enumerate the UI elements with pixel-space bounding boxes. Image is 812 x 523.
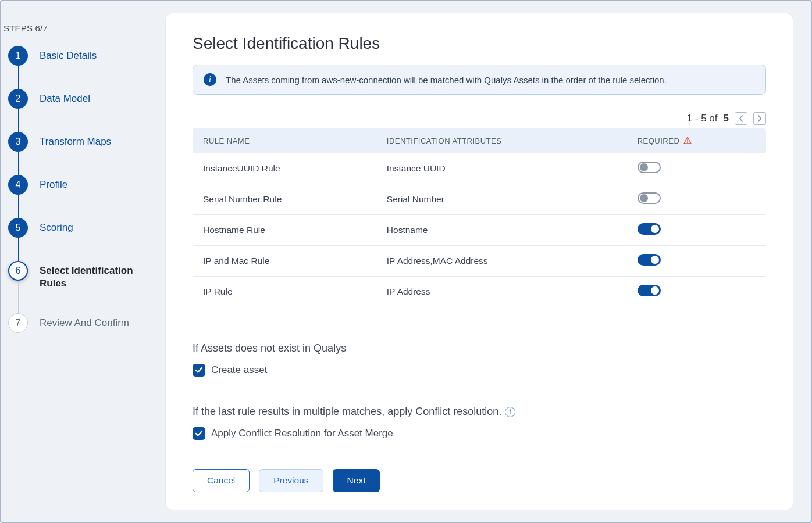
step-circle: 2: [8, 89, 28, 109]
warning-icon: [683, 137, 692, 144]
check-icon: [195, 430, 203, 437]
info-outline-icon[interactable]: i: [505, 407, 515, 417]
rule-attrs-cell: Serial Number: [376, 184, 627, 215]
step-label: Data Model: [40, 89, 90, 105]
next-button[interactable]: Next: [333, 469, 380, 492]
rule-name-cell: IP Rule: [193, 277, 376, 307]
rule-attrs-cell: IP Address: [376, 277, 627, 307]
main-panel: Select Identification Rules i The Assets…: [165, 13, 793, 510]
required-toggle[interactable]: [638, 192, 661, 204]
rule-required-cell: [627, 215, 766, 246]
required-toggle[interactable]: [638, 285, 661, 296]
table-row: Serial Number RuleSerial Number: [193, 184, 766, 215]
col-id-attrs: IDENTIFICATION ATTRIBUTES: [376, 128, 627, 153]
required-toggle[interactable]: [638, 162, 661, 173]
step-circle: 1: [8, 46, 28, 66]
step-circle: 3: [8, 132, 28, 152]
step-7[interactable]: 7Review And Confirm: [3, 313, 159, 333]
step-1[interactable]: 1Basic Details: [3, 46, 159, 89]
table-row: IP RuleIP Address: [193, 277, 766, 307]
step-label: Profile: [40, 175, 67, 191]
step-3[interactable]: 3Transform Maps: [3, 132, 159, 175]
rule-name-cell: Serial Number Rule: [193, 184, 376, 215]
rule-required-cell: [627, 184, 766, 215]
step-label: Scoring: [40, 218, 73, 234]
pager-total: 5: [724, 113, 729, 124]
step-5[interactable]: 5Scoring: [3, 218, 159, 261]
step-circle: 4: [8, 175, 28, 195]
assets-not-exist-label: If Assets does not exist in Qualys: [193, 342, 766, 354]
create-asset-row: Create asset: [193, 364, 766, 377]
create-asset-checkbox[interactable]: [193, 364, 205, 377]
chevron-left-icon: [739, 115, 743, 122]
step-circle: 5: [8, 218, 28, 238]
footer-buttons: Cancel Previous Next: [193, 469, 766, 492]
conflict-resolution-label: If the last rule results in multiple mat…: [193, 406, 766, 418]
rule-required-cell: [627, 153, 766, 184]
rule-name-cell: InstanceUUID Rule: [193, 153, 376, 184]
info-banner: i The Assets coming from aws-new-connect…: [193, 65, 766, 95]
app-frame: STEPS 6/7 1Basic Details2Data Model3Tran…: [0, 0, 812, 523]
create-asset-label: Create asset: [211, 364, 267, 376]
step-label: Review And Confirm: [40, 313, 129, 329]
rule-attrs-cell: IP Address,MAC Address: [376, 246, 627, 277]
required-toggle[interactable]: [638, 254, 661, 266]
rule-attrs-cell: Hostname: [376, 215, 627, 246]
info-icon: i: [204, 73, 216, 86]
step-circle: 7: [8, 313, 28, 333]
table-row: Hostname RuleHostname: [193, 215, 766, 246]
apply-conflict-label: Apply Conflict Resolution for Asset Merg…: [211, 428, 393, 439]
wizard-sidebar: STEPS 6/7 1Basic Details2Data Model3Tran…: [1, 1, 165, 522]
pager-prev-button[interactable]: [735, 112, 747, 125]
steps-list: 1Basic Details2Data Model3Transform Maps…: [3, 46, 159, 333]
required-toggle[interactable]: [638, 223, 661, 235]
apply-conflict-checkbox[interactable]: [193, 427, 205, 440]
step-6[interactable]: 6Select Identification Rules: [3, 261, 159, 313]
svg-point-1: [688, 142, 689, 143]
steps-heading: STEPS 6/7: [3, 23, 159, 33]
pager-next-button[interactable]: [753, 112, 766, 125]
table-row: InstanceUUID RuleInstance UUID: [193, 153, 766, 184]
chevron-right-icon: [757, 115, 762, 122]
step-2[interactable]: 2Data Model: [3, 89, 159, 132]
col-required: REQUIRED: [627, 128, 766, 153]
step-4[interactable]: 4Profile: [3, 175, 159, 218]
apply-conflict-row: Apply Conflict Resolution for Asset Merg…: [193, 427, 766, 440]
rules-table: RULE NAME IDENTIFICATION ATTRIBUTES REQU…: [193, 128, 766, 307]
table-row: IP and Mac RuleIP Address,MAC Address: [193, 246, 766, 277]
step-circle: 6: [8, 261, 28, 281]
step-label: Basic Details: [40, 46, 97, 62]
step-label: Select Identification Rules: [40, 261, 159, 290]
previous-button[interactable]: Previous: [259, 469, 323, 492]
rule-required-cell: [627, 246, 766, 277]
pager-range: 1 - 5 of: [687, 113, 718, 124]
info-text: The Assets coming from aws-new-connectio…: [226, 75, 667, 85]
col-rule-name: RULE NAME: [193, 128, 376, 153]
cancel-button[interactable]: Cancel: [193, 469, 250, 492]
pager: 1 - 5 of 5: [193, 112, 766, 125]
rule-required-cell: [627, 277, 766, 307]
check-icon: [195, 367, 203, 374]
rule-attrs-cell: Instance UUID: [376, 153, 627, 184]
page-title: Select Identification Rules: [193, 34, 766, 53]
rule-name-cell: IP and Mac Rule: [193, 246, 376, 277]
rule-name-cell: Hostname Rule: [193, 215, 376, 246]
step-label: Transform Maps: [40, 132, 111, 148]
